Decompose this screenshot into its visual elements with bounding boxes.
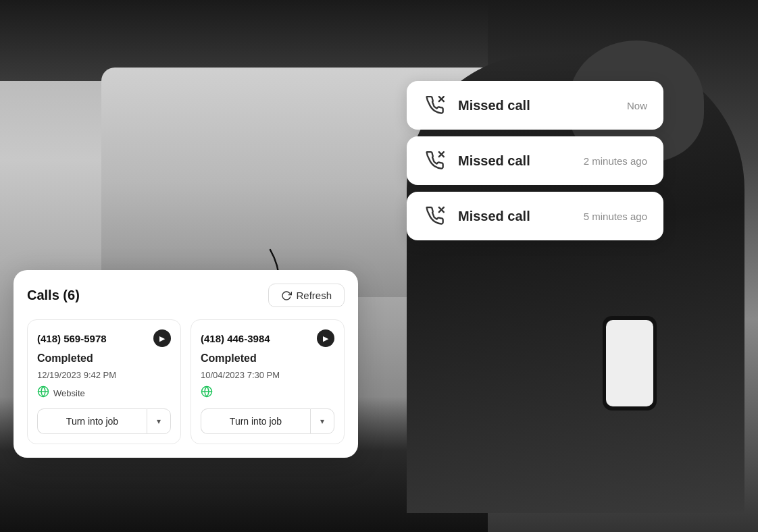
phone-screen — [606, 320, 653, 406]
phone-number-2: (418) 446-3984 — [201, 333, 270, 344]
missed-call-icon-1 — [423, 93, 447, 117]
notification-card-3: Missed call 5 minutes ago — [407, 192, 663, 240]
notification-time-1: Now — [627, 100, 647, 111]
source-icon-1 — [37, 385, 49, 400]
dropdown-arrow-2: ▾ — [320, 417, 324, 426]
calls-panel: Calls (6) Refresh (418) 569-5978 ▶ Compl… — [14, 270, 358, 458]
refresh-button[interactable]: Refresh — [268, 284, 345, 307]
notification-time-2: 2 minutes ago — [584, 155, 647, 167]
turn-into-job-button-1[interactable]: Turn into job — [37, 408, 147, 434]
refresh-label: Refresh — [296, 290, 332, 301]
call-status-2: Completed — [201, 352, 334, 365]
play-button-1[interactable]: ▶ — [153, 329, 171, 347]
calls-title: Calls (6) — [27, 288, 80, 303]
turn-into-job-dropdown-2[interactable]: ▾ — [310, 408, 334, 434]
refresh-icon — [281, 290, 292, 301]
missed-call-icon-2 — [423, 149, 447, 173]
turn-into-job-dropdown-1[interactable]: ▾ — [147, 408, 171, 434]
phone-in-hand — [603, 316, 657, 410]
call-phone-row-2: (418) 446-3984 ▶ — [201, 329, 334, 347]
call-source-1: Website — [37, 385, 171, 400]
call-card-2: (418) 446-3984 ▶ Completed 10/04/2023 7:… — [191, 319, 345, 444]
call-status-1: Completed — [37, 352, 171, 365]
missed-call-icon-3 — [423, 204, 447, 228]
call-card-1: (418) 569-5978 ▶ Completed 12/19/2023 9:… — [27, 319, 181, 444]
notifications-container: Missed call Now Missed call 2 minutes ag… — [407, 81, 663, 240]
turn-into-job-row-1: Turn into job ▾ — [37, 408, 171, 434]
notification-time-3: 5 minutes ago — [584, 211, 647, 222]
turn-into-job-row-2: Turn into job ▾ — [201, 408, 334, 434]
notification-label-1: Missed call — [458, 98, 616, 113]
call-source-2 — [201, 385, 334, 400]
call-phone-row-1: (418) 569-5978 ▶ — [37, 329, 171, 347]
calls-grid: (418) 569-5978 ▶ Completed 12/19/2023 9:… — [27, 319, 345, 444]
notification-card-1: Missed call Now — [407, 81, 663, 130]
calls-header: Calls (6) Refresh — [27, 284, 345, 307]
call-datetime-1: 12/19/2023 9:42 PM — [37, 370, 171, 380]
notification-label-2: Missed call — [458, 153, 573, 169]
notification-card-2: Missed call 2 minutes ago — [407, 136, 663, 185]
notification-label-3: Missed call — [458, 209, 573, 224]
dropdown-arrow-1: ▾ — [157, 417, 161, 426]
play-button-2[interactable]: ▶ — [317, 329, 334, 347]
phone-number-1: (418) 569-5978 — [37, 333, 107, 344]
source-label-1: Website — [53, 388, 85, 398]
call-datetime-2: 10/04/2023 7:30 PM — [201, 370, 334, 380]
turn-into-job-button-2[interactable]: Turn into job — [201, 408, 310, 434]
source-icon-2 — [201, 385, 213, 400]
